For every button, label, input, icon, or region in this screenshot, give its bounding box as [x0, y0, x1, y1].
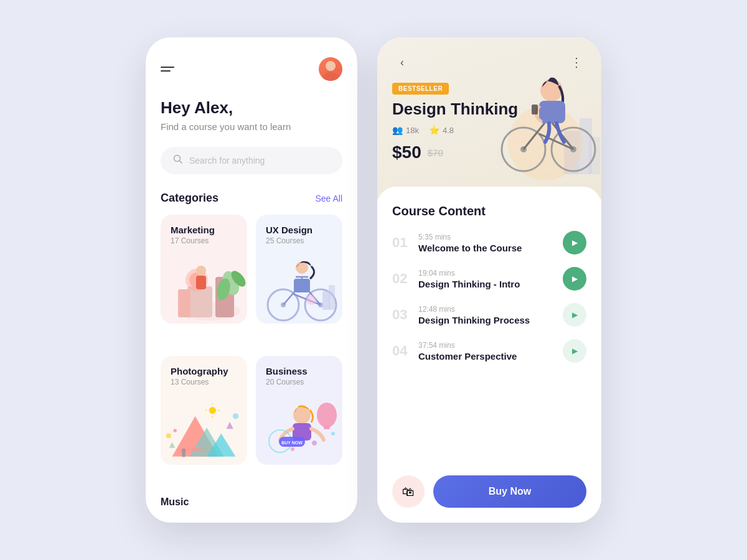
- cart-button[interactable]: 🛍: [392, 475, 425, 508]
- category-card-ux[interactable]: UX Design 25 Courses: [256, 215, 342, 324]
- svg-point-26: [306, 295, 316, 305]
- category-count: 13 Courses: [171, 378, 237, 386]
- lesson-item: 04 37:54 mins Customer Perspective ▶: [392, 339, 586, 363]
- lesson-info: 5:35 mins Welcome to the Course: [418, 233, 554, 253]
- students-icon: 👥: [392, 125, 403, 135]
- course-hero: ‹ ⋮ BESTSELLER Design Thinking 👥 18k ⭐ 4…: [377, 37, 601, 199]
- categories-title: Categories: [161, 192, 218, 205]
- bestseller-badge: BESTSELLER: [392, 83, 449, 95]
- search-bar[interactable]: Search for anything: [161, 147, 342, 174]
- svg-point-31: [173, 429, 177, 432]
- lesson-info: 19:04 mins Design Thinking - Intro: [418, 269, 554, 289]
- category-count: 17 Courses: [171, 236, 237, 245]
- category-name: Marketing: [171, 225, 237, 235]
- star-icon: ⭐: [429, 125, 439, 135]
- svg-rect-30: [166, 433, 171, 437]
- svg-point-35: [209, 407, 216, 414]
- lesson-number: 04: [392, 343, 410, 359]
- svg-point-52: [331, 432, 335, 436]
- lesson-duration: 12:48 mins: [418, 305, 554, 314]
- lesson-info: 12:48 mins Design Thinking Process: [418, 305, 554, 325]
- categories-header: Categories See All: [161, 192, 342, 205]
- category-card-marketing[interactable]: Marketing 17 Courses: [161, 215, 247, 324]
- content-section-title: Course Content: [392, 204, 586, 218]
- svg-rect-43: [182, 452, 186, 457]
- right-phone: ‹ ⋮ BESTSELLER Design Thinking 👥 18k ⭐ 4…: [377, 37, 601, 523]
- avatar[interactable]: [319, 57, 342, 81]
- buy-now-button[interactable]: Buy Now: [433, 475, 586, 508]
- lesson-item: 02 19:04 mins Design Thinking - Intro ▶: [392, 267, 586, 291]
- svg-marker-32: [227, 422, 233, 429]
- rating-meta: ⭐ 4.8: [429, 125, 454, 135]
- play-button[interactable]: ▶: [563, 339, 586, 363]
- search-placeholder: Search for anything: [189, 156, 265, 166]
- category-card-photography[interactable]: Photography 13 Courses: [161, 356, 247, 465]
- see-all-button[interactable]: See All: [315, 194, 342, 203]
- svg-rect-70: [532, 105, 538, 114]
- svg-rect-23: [294, 279, 310, 292]
- lesson-number: 03: [392, 307, 410, 323]
- svg-rect-12: [196, 276, 206, 289]
- phones-container: Hey Alex, Find a course you want to lear…: [146, 37, 601, 523]
- students-meta: 👥 18k: [392, 125, 419, 135]
- course-content-section: Course Content 01 5:35 mins Welcome to t…: [377, 187, 601, 465]
- svg-point-46: [317, 403, 337, 427]
- students-count: 18k: [406, 126, 419, 135]
- lesson-name: Welcome to the Course: [418, 243, 554, 253]
- lesson-item: 01 5:35 mins Welcome to the Course ▶: [392, 231, 586, 254]
- back-button[interactable]: ‹: [392, 52, 412, 72]
- lesson-name: Design Thinking - Intro: [418, 279, 554, 289]
- category-count: 20 Courses: [266, 378, 332, 386]
- rating-value: 4.8: [443, 126, 454, 135]
- phone-header: [161, 57, 342, 81]
- svg-line-1: [180, 161, 182, 164]
- play-button[interactable]: ▶: [563, 303, 586, 327]
- lesson-item: 03 12:48 mins Design Thinking Process ▶: [392, 303, 586, 327]
- category-name: Business: [266, 366, 332, 376]
- lesson-duration: 5:35 mins: [418, 233, 554, 241]
- lesson-name: Design Thinking Process: [418, 315, 554, 325]
- svg-point-50: [312, 441, 317, 446]
- category-card-business[interactable]: Business 20 Courses: [256, 356, 342, 465]
- svg-point-42: [181, 448, 186, 452]
- greeting-subtitle: Find a course you want to learn: [161, 121, 342, 132]
- play-button[interactable]: ▶: [563, 231, 586, 254]
- svg-text:BUY NOW: BUY NOW: [281, 441, 303, 445]
- left-phone: Hey Alex, Find a course you want to lear…: [146, 37, 357, 523]
- price-main: $50: [392, 142, 421, 162]
- music-category-label: Music: [161, 497, 342, 508]
- category-name: Photography: [171, 366, 237, 376]
- svg-point-40: [190, 447, 200, 451]
- search-icon: [173, 154, 183, 167]
- hamburger-menu[interactable]: [161, 67, 174, 72]
- svg-point-51: [291, 447, 294, 451]
- bottom-bar: 🛍 Buy Now: [377, 465, 601, 523]
- svg-rect-7: [178, 289, 190, 317]
- svg-point-33: [233, 413, 238, 419]
- svg-rect-47: [324, 426, 330, 429]
- lesson-number: 02: [392, 271, 410, 287]
- svg-rect-25: [329, 285, 335, 310]
- category-name: UX Design: [266, 225, 332, 235]
- categories-grid: Marketing 17 Courses: [161, 215, 342, 488]
- svg-point-11: [196, 266, 206, 276]
- play-button[interactable]: ▶: [563, 267, 586, 291]
- greeting-section: Hey Alex, Find a course you want to lear…: [161, 98, 342, 132]
- svg-rect-3: [187, 286, 212, 317]
- lesson-duration: 37:54 mins: [418, 341, 554, 350]
- price-old: $70: [428, 147, 443, 158]
- svg-point-22: [296, 261, 308, 274]
- lesson-info: 37:54 mins Customer Perspective: [418, 341, 554, 362]
- lesson-duration: 19:04 mins: [418, 269, 554, 278]
- svg-rect-69: [539, 101, 565, 123]
- lesson-name: Customer Perspective: [418, 351, 554, 362]
- category-count: 25 Courses: [266, 236, 332, 245]
- svg-point-68: [540, 79, 563, 101]
- greeting-title: Hey Alex,: [161, 98, 342, 118]
- svg-marker-34: [169, 442, 175, 447]
- lesson-number: 01: [392, 235, 410, 251]
